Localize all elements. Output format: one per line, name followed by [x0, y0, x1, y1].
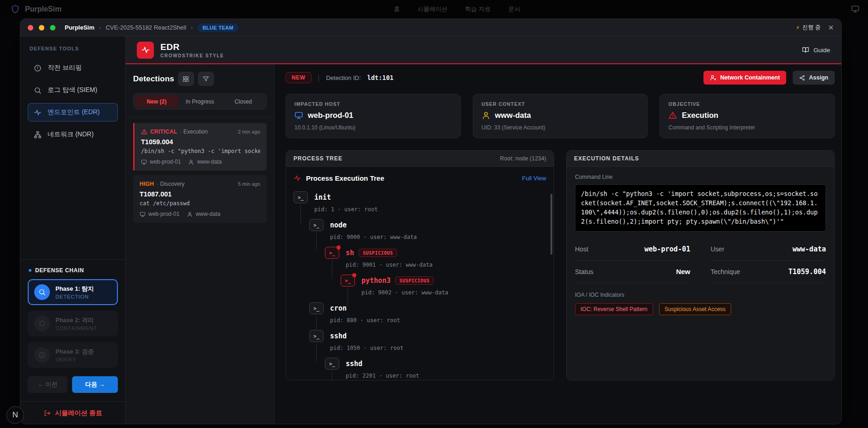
- field-value: New: [676, 268, 691, 275]
- phase-card[interactable]: Phase 1: 탐지DETECTION: [28, 279, 118, 305]
- info-card: OBJECTIVEExecutionCommand and Scripting …: [660, 94, 835, 138]
- field-label: User: [711, 245, 725, 253]
- process-node[interactable]: >_shSUSPICIOUSpid: 9001 · user: www-data: [293, 247, 546, 268]
- sidebar-item[interactable]: 엔드포인트 (EDR): [28, 103, 118, 122]
- status-badge: ⚡ 진행 중: [796, 24, 821, 31]
- search-icon: [34, 284, 50, 300]
- process-tree-header: PROCESS TREE: [293, 155, 342, 162]
- top-nav-item[interactable]: 홈: [394, 5, 400, 13]
- alert-circle-icon: [34, 64, 42, 72]
- sidebar-item[interactable]: 작전 브리핑: [28, 59, 118, 77]
- traffic-light-minimize[interactable]: [39, 25, 44, 31]
- person-x-icon: [710, 74, 716, 81]
- shield-logo-icon: [10, 4, 20, 14]
- process-node[interactable]: >_sshdpid: 1050 · user: root: [293, 330, 546, 351]
- chain-dot-icon: [29, 269, 31, 272]
- detection-card[interactable]: CRITICAL· Execution2 min agoT1059.004/bi…: [133, 123, 267, 171]
- person-icon: [187, 211, 193, 217]
- process-node[interactable]: >_python3SUSPICIOUSpid: 9002 · user: www…: [293, 275, 546, 296]
- technique-id: T1059.004: [141, 138, 260, 146]
- info-card: IMPACTED HOSTweb-prod-0110.0.1.10 (Linux…: [286, 94, 461, 138]
- suspicious-badge: SUSPICIOUS: [359, 249, 397, 257]
- monitor-toggle-icon[interactable]: [851, 5, 860, 13]
- detections-panel: Detections New (2)In ProgressClosed CRIT…: [126, 64, 275, 424]
- process-name: sshd: [330, 332, 347, 340]
- phase-card[interactable]: Phase 2: 격리CONTAINMENT: [28, 311, 118, 336]
- host-label: web-prod-01: [150, 159, 181, 165]
- phase-subtitle: DETECTION: [55, 294, 94, 300]
- sidebar-item-label: 엔드포인트 (EDR): [48, 108, 100, 116]
- traffic-light-close[interactable]: [28, 25, 33, 31]
- detection-detail: NEW | Detection ID: ldt:101 Network Cont…: [275, 64, 841, 424]
- new-badge: NEW: [286, 72, 312, 83]
- info-card-value: web-prod-01: [308, 111, 353, 120]
- next-button[interactable]: 다음 →: [72, 376, 118, 393]
- sidebar-item[interactable]: 네트워크 (NDR): [28, 125, 118, 144]
- search-icon: [34, 86, 42, 94]
- technique-id: T1087.001: [140, 190, 260, 198]
- top-nav-item[interactable]: 문서: [508, 5, 520, 13]
- site-brand: PurpleSim: [10, 4, 61, 14]
- traffic-light-maximize[interactable]: [50, 25, 55, 31]
- phase-title: Phase 2: 격리: [55, 316, 97, 324]
- process-pid: pid: 9000 · user: www-data: [330, 234, 546, 240]
- command-line-value: /bin/sh -c "python3 -c 'import socket,su…: [575, 184, 826, 232]
- end-simulation-button[interactable]: 시뮬레이션 종료: [28, 409, 118, 417]
- top-nav-item[interactable]: 학습 자료: [465, 5, 491, 13]
- check-circle-icon: [34, 347, 50, 363]
- monitor-icon: [141, 159, 147, 165]
- process-node[interactable]: >_sshdpid: 2201 · user: root: [293, 358, 546, 379]
- scrollbar-thumb[interactable]: [550, 194, 552, 255]
- detection-id-value: ldt:101: [367, 74, 394, 81]
- vertical-divider: |: [318, 74, 320, 82]
- sidebar-item-label: 네트워크 (NDR): [48, 130, 94, 139]
- person-icon: [482, 111, 490, 120]
- field-value: T1059.004: [789, 268, 826, 276]
- network-icon: [34, 131, 42, 139]
- nextjs-dev-badge[interactable]: N: [6, 406, 24, 424]
- info-card-sub: UID: 33 (Service Account): [482, 124, 639, 131]
- tab-new-[interactable]: New (2): [135, 95, 178, 108]
- sidebar: DEFENSE TOOLS 작전 브리핑로그 탐색 (SIEM)엔드포인트 (E…: [20, 37, 126, 424]
- tab-in-progress[interactable]: In Progress: [178, 95, 222, 108]
- defense-chain-header: DEFENSE CHAIN: [29, 267, 118, 274]
- category-label: · Execution: [180, 128, 208, 135]
- command-line-label: Command Line: [575, 174, 826, 180]
- process-name: sh: [346, 249, 354, 257]
- prev-button[interactable]: ← 이전: [28, 376, 67, 393]
- info-card-sub: 10.0.1.10 (Linux/Ubuntu): [294, 124, 452, 131]
- process-name: python3: [361, 276, 391, 285]
- detections-title: Detections: [133, 74, 174, 84]
- phase-card[interactable]: Phase 3: 검증VERIFY: [28, 342, 118, 368]
- tab-closed[interactable]: Closed: [221, 95, 265, 108]
- user-label: www-data: [197, 159, 221, 165]
- sidebar-item[interactable]: 로그 탐색 (SIEM): [28, 81, 118, 99]
- edr-logo-activity-icon: [137, 42, 154, 59]
- assign-button[interactable]: Assign: [793, 71, 835, 85]
- phase-subtitle: CONTAINMENT: [55, 325, 97, 331]
- tree-connector: [332, 371, 332, 380]
- guide-button[interactable]: Guide: [802, 46, 830, 54]
- network-containment-button[interactable]: Network Containment: [703, 71, 786, 85]
- phase-title: Phase 1: 탐지: [55, 285, 94, 293]
- terminal-icon: >_: [309, 219, 324, 231]
- close-icon[interactable]: ✕: [828, 24, 834, 31]
- team-badge: BLUE TEAM: [197, 24, 238, 32]
- info-card-sub: Command and Scripting Interpreter: [668, 124, 826, 131]
- filter-button[interactable]: [198, 72, 214, 86]
- field-value: www-data: [793, 245, 826, 253]
- detection-card[interactable]: HIGH· Discovery5 min agoT1087.001cat /et…: [133, 175, 267, 223]
- full-view-link[interactable]: Full View: [522, 175, 546, 182]
- activity-icon: [293, 174, 301, 182]
- process-node[interactable]: >_nodepid: 9000 · user: www-data: [293, 219, 546, 240]
- site-brand-label: PurpleSim: [25, 5, 61, 13]
- grid-view-button[interactable]: [178, 72, 194, 86]
- process-pid: pid: 9001 · user: www-data: [346, 262, 546, 268]
- top-nav-item[interactable]: 시뮬레이션: [417, 5, 447, 13]
- category-label: · Discovery: [157, 181, 184, 187]
- process-tree-root-label: Root: node (1234): [500, 155, 546, 162]
- terminal-icon: >_: [293, 191, 308, 203]
- process-node[interactable]: >_cronpid: 880 · user: root: [293, 302, 546, 324]
- suspicious-badge: SUSPICIOUS: [395, 276, 434, 285]
- process-node[interactable]: >_initpid: 1 · user: root: [293, 191, 546, 213]
